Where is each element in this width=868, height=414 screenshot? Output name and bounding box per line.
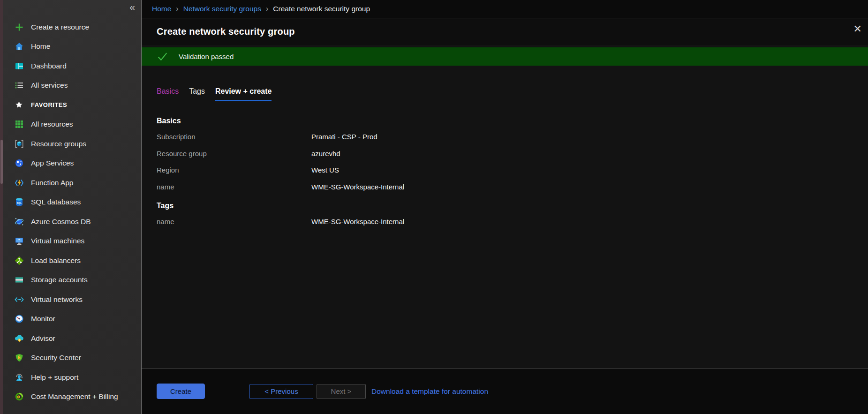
virtual-networks-icon [14, 294, 24, 304]
help-support-icon [14, 372, 24, 382]
previous-button[interactable]: < Previous [249, 384, 313, 399]
tags-section-heading: Tags [157, 202, 868, 210]
sidebar-favorites-label: FAVORITES [31, 101, 67, 108]
sql-databases-icon: SQL [14, 197, 24, 207]
sidebar-item-label: Virtual networks [31, 295, 83, 304]
chevron-right-icon: › [266, 5, 268, 13]
virtual-machines-icon [14, 236, 24, 246]
next-button[interactable]: Next > [317, 384, 366, 399]
sidebar-item-label: Virtual machines [31, 237, 84, 245]
all-services-icon [14, 81, 24, 90]
sidebar-item-label: Help + support [31, 373, 78, 382]
sidebar-item-virtual-machines[interactable]: Virtual machines [3, 232, 141, 251]
sidebar-item-label: Storage accounts [31, 276, 88, 284]
create-button[interactable]: Create [157, 384, 205, 399]
content-pane: Home › Network security groups › Create … [141, 0, 868, 414]
sidebar-item-label: Cost Management + Billing [31, 392, 118, 401]
sidebar-collapse-button[interactable]: « [129, 2, 135, 12]
sidebar: « Create a resource Home Dashboard All s… [0, 0, 141, 414]
sidebar-item-load-balancers[interactable]: Load balancers [3, 251, 141, 271]
table-row: Subscription Pramati - CSP - Prod [157, 128, 868, 145]
close-icon[interactable]: ✕ [853, 24, 862, 34]
download-template-link[interactable]: Download a template for automation [371, 387, 488, 396]
dashboard-icon [14, 61, 24, 71]
breadcrumb-home-link[interactable]: Home [152, 5, 171, 13]
star-icon [14, 100, 24, 110]
sidebar-item-label: Home [31, 42, 50, 51]
sidebar-item-function-app[interactable]: Function App [3, 173, 141, 193]
resource-groups-icon [14, 139, 24, 149]
row-value: WME-SG-Workspace-Internal [311, 218, 404, 226]
validation-banner: Validation passed [142, 47, 868, 66]
cost-management-icon: $ [14, 392, 24, 402]
row-label: Region [157, 166, 311, 174]
table-row: name WME-SG-Workspace-Internal [157, 213, 868, 230]
sidebar-item-advisor[interactable]: Advisor [3, 329, 141, 348]
sidebar-item-azure-cosmos-db[interactable]: Azure Cosmos DB [3, 212, 141, 232]
sidebar-item-virtual-networks[interactable]: Virtual networks [3, 290, 141, 309]
sidebar-favorites-header: FAVORITES [3, 95, 141, 115]
sidebar-item-sql-databases[interactable]: SQL SQL databases [3, 193, 141, 212]
sidebar-item-label: All services [31, 81, 68, 90]
plus-icon [14, 22, 24, 32]
row-label: Resource group [157, 150, 311, 158]
advisor-icon [14, 333, 24, 343]
all-resources-icon [14, 120, 24, 129]
sidebar-item-label: SQL databases [31, 198, 81, 206]
footer-action-bar: Create < Previous Next > Download a temp… [142, 368, 868, 414]
sidebar-item-label: Function App [31, 179, 73, 187]
row-label: Subscription [157, 133, 311, 141]
sidebar-item-app-services[interactable]: App Services [3, 154, 141, 173]
page-title: Create network security group [157, 26, 295, 37]
breadcrumb-network-security-groups-link[interactable]: Network security groups [183, 5, 261, 13]
sidebar-item-dashboard[interactable]: Dashboard [3, 56, 141, 76]
sidebar-item-label: Azure Cosmos DB [31, 218, 91, 226]
sidebar-item-create-a-resource[interactable]: Create a resource [3, 17, 141, 37]
sidebar-item-label: Resource groups [31, 140, 86, 148]
sidebar-item-label: All resources [31, 120, 73, 128]
sidebar-item-all-services[interactable]: All services [3, 76, 141, 96]
tab-review-create[interactable]: Review + create [215, 87, 272, 101]
cosmos-db-icon [14, 217, 24, 226]
sidebar-item-all-resources[interactable]: All resources [3, 115, 141, 135]
sidebar-item-label: Advisor [31, 334, 55, 343]
table-row: Resource group azurevhd [157, 145, 868, 162]
row-label: name [157, 218, 311, 226]
sidebar-item-label: Create a resource [31, 23, 89, 31]
home-icon [14, 42, 24, 52]
sidebar-item-label: App Services [31, 159, 74, 167]
sidebar-item-home[interactable]: Home [3, 37, 141, 57]
sidebar-item-label: Monitor [31, 315, 55, 323]
breadcrumb-current-page: Create network security group [273, 5, 370, 13]
row-value: Pramati - CSP - Prod [311, 133, 377, 141]
validation-message: Validation passed [179, 53, 234, 60]
sidebar-item-security-center[interactable]: Security Center [3, 348, 141, 368]
sidebar-item-monitor[interactable]: Monitor [3, 309, 141, 329]
basics-rows: Subscription Pramati - CSP - Prod Resour… [157, 128, 868, 195]
svg-text:SQL: SQL [16, 202, 22, 205]
tab-basics[interactable]: Basics [157, 87, 179, 101]
blade-header: Create network security group ✕ [142, 18, 868, 45]
load-balancers-icon [14, 256, 24, 265]
sidebar-nav: Create a resource Home Dashboard All ser… [3, 17, 141, 406]
row-label: name [157, 183, 311, 191]
sidebar-item-storage-accounts[interactable]: Storage accounts [3, 271, 141, 290]
checkmark-icon [157, 51, 168, 62]
sidebar-item-resource-groups[interactable]: Resource groups [3, 134, 141, 154]
table-row: Region West US [157, 162, 868, 179]
tab-tags[interactable]: Tags [189, 87, 205, 101]
sidebar-item-label: Load balancers [31, 256, 81, 265]
row-value: azurevhd [311, 150, 340, 158]
breadcrumb: Home › Network security groups › Create … [142, 0, 868, 18]
row-value: West US [311, 166, 339, 174]
sidebar-item-label: Security Center [31, 354, 81, 362]
basics-section-heading: Basics [157, 117, 868, 125]
tags-rows: name WME-SG-Workspace-Internal [157, 213, 868, 230]
table-row: name WME-SG-Workspace-Internal [157, 179, 868, 196]
sidebar-item-help-support[interactable]: Help + support [3, 368, 141, 387]
review-create-panel: Basics Tags Review + create Basics Subsc… [142, 66, 868, 368]
security-center-icon [14, 353, 24, 363]
sidebar-item-cost-management-billing[interactable]: $ Cost Management + Billing [3, 387, 141, 407]
function-app-icon [14, 178, 24, 188]
app-services-icon [14, 158, 24, 168]
